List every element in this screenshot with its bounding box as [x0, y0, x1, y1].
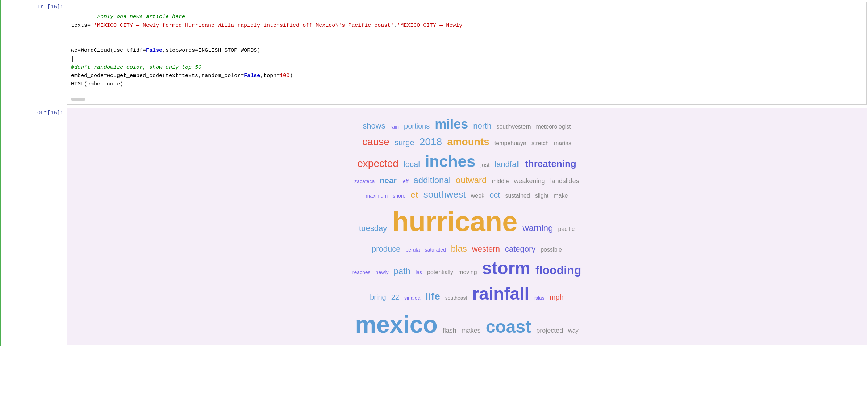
wc-sustained: sustained: [505, 192, 530, 200]
wc-reaches: reaches: [352, 269, 371, 276]
wc-22: 22: [391, 292, 399, 302]
wc-path: path: [393, 265, 410, 277]
wc-make: make: [554, 192, 568, 200]
wc-weakening: weakening: [514, 177, 545, 186]
wc-mexico: mexico: [355, 308, 437, 341]
wc-sinaloa: sinaloa: [404, 295, 420, 302]
wc-makes: makes: [462, 326, 481, 335]
wc-2018: 2018: [420, 135, 442, 149]
wc-amounts: amounts: [447, 135, 489, 149]
output-content: shows rain portions miles north southwes…: [67, 108, 867, 345]
wc-southwestern: southwestern: [496, 123, 531, 131]
notebook-container: In [16]: #only one news article here tex…: [0, 0, 868, 404]
wc-possible: possible: [541, 246, 562, 254]
wc-near: near: [380, 175, 396, 186]
wc-middle: middle: [492, 177, 509, 185]
code-line-9: HTML(embed_code): [71, 81, 123, 87]
wc-jeff: jeff: [402, 178, 408, 185]
out-label: Out[16]:: [37, 110, 63, 116]
wc-additional: additional: [413, 174, 451, 186]
wc-row-7: produce perula saturated blas western ca…: [372, 243, 562, 255]
code-content[interactable]: #only one news article here texts=['MEXI…: [67, 2, 867, 105]
code-block: #only one news article here texts=['MEXI…: [71, 4, 863, 97]
wc-row-8: reaches newly path las potentially movin…: [352, 256, 581, 280]
wc-row-4: zacateca near jeff additional outward mi…: [354, 174, 579, 186]
wc-rain: rain: [391, 123, 399, 131]
wc-southwest: southwest: [423, 188, 466, 201]
wc-week: week: [471, 192, 484, 200]
wc-mph: mph: [550, 292, 564, 302]
wc-landslides: landslides: [550, 177, 579, 186]
wc-potentially: potentially: [427, 268, 453, 276]
wc-way: way: [568, 327, 578, 335]
wc-rainfall: rainfall: [472, 282, 529, 306]
wc-row-2: cause surge 2018 amounts tempehuaya stre…: [362, 135, 571, 149]
wc-tuesday: tuesday: [359, 223, 387, 234]
wc-shows: shows: [363, 121, 385, 132]
wc-tempehuaya: tempehuaya: [494, 139, 526, 147]
wc-hurricane: hurricane: [392, 202, 517, 241]
horizontal-scrollbar[interactable]: [71, 98, 85, 101]
code-line-5: wc=WordCloud(use_tfidf=False,stopwords=E…: [71, 47, 260, 54]
word-cloud: shows rain portions miles north southwes…: [67, 108, 867, 345]
wc-perula: perula: [406, 247, 420, 254]
wc-maximum: maximum: [366, 193, 388, 200]
comment-2: #don't randomize color, show only top 50: [71, 64, 201, 71]
wc-et: et: [410, 189, 418, 201]
code-line-8: embed_code=wc.get_embed_code(text=texts,…: [71, 73, 293, 79]
wc-landfall: landfall: [494, 159, 520, 170]
in-label: In [16]:: [37, 4, 63, 10]
wc-row-6: tuesday hurricane warning pacific: [359, 202, 575, 241]
wc-marias: marias: [554, 139, 571, 147]
wc-newly: newly: [376, 269, 389, 276]
wc-surge: surge: [395, 137, 414, 148]
wc-projected: projected: [536, 326, 563, 335]
wc-shore: shore: [393, 193, 405, 200]
wc-miles: miles: [435, 115, 468, 133]
wc-north: north: [473, 121, 491, 132]
cell-label-in16: In [16]:: [0, 0, 67, 106]
wc-row-1: shows rain portions miles north southwes…: [363, 115, 571, 133]
input-cell-16: In [16]: #only one news article here tex…: [0, 0, 868, 106]
wc-oct: oct: [489, 190, 500, 201]
wc-slight: slight: [535, 192, 548, 200]
wc-moving: moving: [458, 268, 477, 276]
wc-threatening: threatening: [525, 157, 576, 170]
wc-islas: islas: [534, 295, 544, 302]
wc-las: las: [416, 269, 422, 276]
wc-stretch: stretch: [531, 139, 549, 147]
wc-category: category: [505, 244, 535, 255]
wc-coast: coast: [486, 315, 531, 339]
wc-saturated: saturated: [425, 247, 446, 254]
wc-row-5: maximum shore et southwest week oct sust…: [366, 188, 568, 201]
output-cell-16: Out[16]: shows rain portions miles north…: [0, 106, 868, 346]
wc-flooding: flooding: [535, 262, 581, 278]
wc-just: just: [481, 161, 490, 169]
wc-warning: warning: [523, 222, 553, 234]
wc-southeast: southeast: [445, 295, 467, 302]
wc-meteorologist: meteorologist: [536, 123, 571, 131]
wc-row-9: bring 22 sinaloa life southeast rainfall…: [370, 282, 564, 306]
wc-produce: produce: [372, 244, 401, 255]
wc-pacific: pacific: [558, 225, 575, 233]
code-line-2: texts=['MEXICO CITY — Newly formed Hurri…: [71, 22, 462, 29]
cursor-line: |: [71, 56, 74, 62]
wc-row-3: expected local inches just landfall thre…: [357, 150, 576, 173]
wc-bring: bring: [370, 292, 386, 302]
wc-expected: expected: [357, 156, 398, 171]
wc-local: local: [404, 159, 420, 170]
wc-life: life: [425, 289, 440, 303]
wc-blas: blas: [451, 243, 467, 255]
wc-flash: flash: [443, 326, 456, 335]
wc-cause: cause: [362, 135, 389, 149]
wc-portions: portions: [404, 121, 430, 131]
wc-storm: storm: [482, 256, 530, 280]
wc-outward: outward: [456, 174, 487, 186]
wc-inches: inches: [425, 150, 475, 173]
cell-label-out16: Out[16]:: [0, 106, 67, 346]
wc-zacateca: zacateca: [354, 178, 375, 185]
wc-row-10: mexico flash makes coast projected way: [355, 308, 578, 341]
wc-western: western: [472, 244, 500, 255]
comment-1: #only one news article here: [97, 14, 185, 20]
